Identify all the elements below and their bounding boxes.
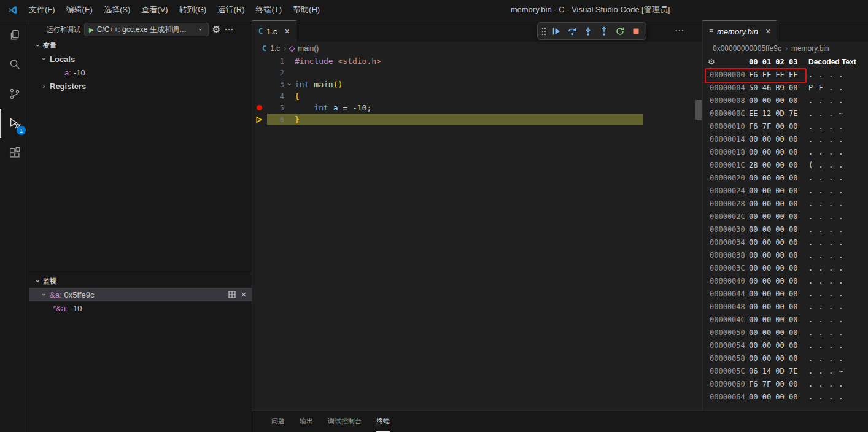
hex-row[interactable]: 0000000800 00 00 00. . . . <box>703 94 868 107</box>
toolbar-gripper[interactable] <box>540 24 548 39</box>
activity-source-control[interactable] <box>0 79 29 109</box>
fold-chevron-icon[interactable]: › <box>285 79 293 90</box>
remove-watch-icon[interactable]: × <box>241 290 246 299</box>
menu-item[interactable]: 转到(G) <box>174 0 212 20</box>
close-tab-icon[interactable]: × <box>285 26 290 36</box>
watch-child-row[interactable]: *&a: -10 <box>29 301 252 315</box>
hex-row[interactable]: 0000003800 00 00 00. . . . <box>703 249 868 261</box>
menu-item[interactable]: 帮助(H) <box>287 0 325 20</box>
panel-tab-问题[interactable]: 问题 <box>271 411 285 432</box>
hex-row[interactable]: 0000004000 00 00 00. . . . <box>703 274 868 287</box>
sidebar-more-actions-icon[interactable]: ⋯ <box>224 24 233 35</box>
hex-bytes[interactable]: 00 00 00 00 <box>749 96 808 105</box>
variable-row-a[interactable]: a: -10 <box>29 66 252 79</box>
hex-row[interactable]: 0000003400 00 00 00. . . . <box>703 236 868 249</box>
hex-row[interactable]: 00000060F6 7F 00 00. . . . <box>703 377 868 390</box>
menu-item[interactable]: 查看(V) <box>136 0 173 20</box>
code-editor[interactable]: 1#include <stdio.h>23›int main()4{5 int … <box>252 55 702 410</box>
hex-bytes[interactable]: 00 00 00 00 <box>749 341 808 350</box>
menu-item[interactable]: 终端(T) <box>250 0 287 20</box>
hex-row[interactable]: 0000003000 00 00 00. . . . <box>703 223 868 236</box>
panel-tab-调试控制台[interactable]: 调试控制台 <box>328 411 362 432</box>
activity-extensions[interactable] <box>0 138 29 168</box>
stop-button[interactable] <box>629 24 643 39</box>
hex-bytes[interactable]: 00 00 00 00 <box>749 251 808 260</box>
continue-button[interactable] <box>549 24 564 39</box>
hex-bytes[interactable]: 00 00 00 00 <box>749 135 808 144</box>
breadcrumb-file[interactable]: 1.c <box>270 44 280 53</box>
activity-run-debug[interactable]: 1 <box>0 109 29 138</box>
hex-row[interactable]: 0000002C00 00 00 00. . . . <box>703 210 868 223</box>
hex-bytes[interactable]: 00 00 00 00 <box>749 212 808 221</box>
hex-row[interactable]: 0000003C00 00 00 00. . . . <box>703 261 868 274</box>
menu-item[interactable]: 编辑(E) <box>61 0 98 20</box>
hex-row[interactable]: 0000000CEE 12 0D 7E. . . ~ <box>703 107 868 120</box>
watch-section-header[interactable]: › 监视 <box>29 274 252 288</box>
view-binary-data-icon[interactable] <box>228 291 236 298</box>
hex-bytes[interactable]: F6 7F 00 00 <box>749 122 808 131</box>
hex-row[interactable]: 0000004400 00 00 00. . . . <box>703 287 868 300</box>
scope-locals[interactable]: › Locals <box>29 52 252 66</box>
hex-bytes[interactable]: 00 00 00 00 <box>749 290 808 298</box>
hex-bytes[interactable]: 00 00 00 00 <box>749 199 808 208</box>
hex-settings-gear-icon[interactable]: ⚙ <box>708 57 749 66</box>
hex-row[interactable]: 0000005400 00 00 00. . . . <box>703 339 868 352</box>
hex-row[interactable]: 0000005C06 14 0D 7E. . . ~ <box>703 364 868 377</box>
hex-row[interactable]: 0000002400 00 00 00. . . . <box>703 184 868 197</box>
editor-more-actions-icon[interactable]: ⋯ <box>675 25 684 36</box>
hex-row[interactable]: 0000005000 00 00 00. . . . <box>703 326 868 339</box>
hex-bytes[interactable]: 00 00 00 00 <box>749 277 808 285</box>
hex-row[interactable]: 0000004800 00 00 00. . . . <box>703 300 868 313</box>
tab-1c[interactable]: C 1.c × <box>252 20 296 42</box>
hex-row[interactable]: 0000001C28 00 00 00( . . . <box>703 158 868 171</box>
hex-bytes[interactable]: 00 00 00 00 <box>749 315 808 324</box>
breadcrumb-file[interactable]: memory.bin <box>791 44 829 53</box>
panel-tab-终端[interactable]: 终端 <box>376 411 390 432</box>
activity-search[interactable] <box>0 50 29 79</box>
hex-bytes[interactable]: 00 00 00 00 <box>749 174 808 182</box>
debug-config-dropdown[interactable]: ▶ C/C++: gcc.exe 生成和调试活... › <box>84 23 209 36</box>
menu-item[interactable]: 选择(S) <box>98 0 136 20</box>
step-out-button[interactable] <box>597 24 611 39</box>
hex-row[interactable]: 0000001400 00 00 00. . . . <box>703 133 868 145</box>
editor-scrollbar-thumb[interactable] <box>695 100 702 120</box>
menu-item[interactable]: 文件(F) <box>23 0 61 20</box>
hex-bytes[interactable]: 00 00 00 00 <box>749 328 808 337</box>
variables-section-header[interactable]: › 变量 <box>29 39 252 52</box>
step-into-button[interactable] <box>581 24 595 39</box>
hex-bytes[interactable]: 00 00 00 00 <box>749 187 808 195</box>
hex-bytes[interactable]: F6 7F 00 00 <box>749 380 808 388</box>
breadcrumb-symbol[interactable]: main() <box>298 44 319 53</box>
hex-bytes[interactable]: EE 12 0D 7E <box>749 109 808 118</box>
activity-explorer[interactable] <box>0 20 29 50</box>
hex-bytes[interactable]: 00 00 00 00 <box>749 393 808 401</box>
menu-item[interactable]: 运行(R) <box>212 0 250 20</box>
hex-bytes[interactable]: 00 00 00 00 <box>749 225 808 234</box>
watch-expression-row[interactable]: › &a: 0x5ffe9c × <box>29 288 252 301</box>
hex-bytes[interactable]: 06 14 0D 7E <box>749 367 808 376</box>
hex-row[interactable]: 0000002000 00 00 00. . . . <box>703 171 868 184</box>
hex-row[interactable]: 0000006400 00 00 00. . . . <box>703 390 868 403</box>
hex-bytes[interactable]: 00 00 00 00 <box>749 303 808 311</box>
hex-row[interactable]: 00000010F6 7F 00 00. . . . <box>703 120 868 133</box>
hex-row[interactable]: 0000001800 00 00 00. . . . <box>703 145 868 158</box>
close-tab-icon[interactable]: × <box>765 26 770 36</box>
panel-tab-输出[interactable]: 输出 <box>300 411 313 432</box>
debug-gear-icon[interactable]: ⚙ <box>212 24 220 35</box>
hex-bytes[interactable]: 28 00 00 00 <box>749 161 808 169</box>
hex-bytes[interactable]: 50 46 B9 00 <box>749 83 808 92</box>
start-debugging-icon[interactable]: ▶ <box>89 26 94 33</box>
step-over-button[interactable] <box>565 24 579 39</box>
hex-bytes[interactable]: 00 00 00 00 <box>749 238 808 247</box>
hex-row[interactable]: 0000005800 00 00 00. . . . <box>703 352 868 364</box>
hex-bytes[interactable]: 00 00 00 00 <box>749 354 808 363</box>
tab-memory-bin[interactable]: ≡ memory.bin × <box>703 20 777 42</box>
hex-row[interactable]: 00000000F6 FF FF FF. . . . <box>703 68 868 81</box>
hex-bytes[interactable]: F6 FF FF FF <box>749 71 808 79</box>
hex-row[interactable]: 0000002800 00 00 00. . . . <box>703 197 868 210</box>
breakpoint-icon[interactable] <box>257 105 262 110</box>
hex-row[interactable]: 0000004C00 00 00 00. . . . <box>703 313 868 326</box>
restart-button[interactable] <box>613 24 627 39</box>
scope-registers[interactable]: › Registers <box>29 79 252 93</box>
hex-bytes[interactable]: 00 00 00 00 <box>749 148 808 156</box>
